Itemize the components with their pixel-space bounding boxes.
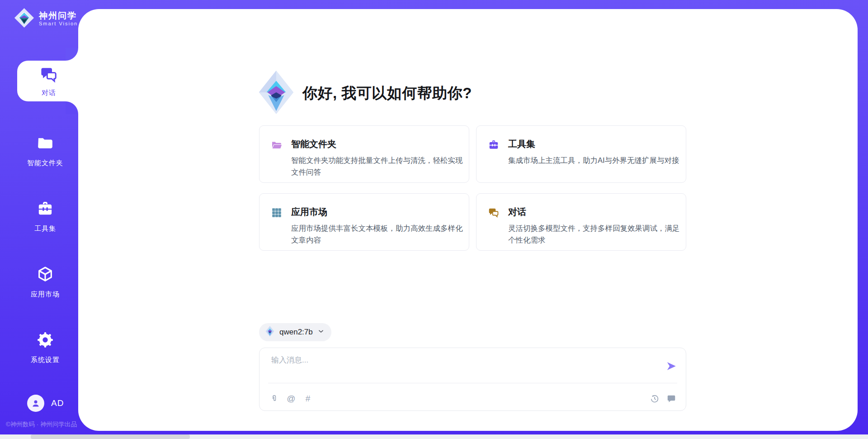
sidebar-item-settings[interactable]: 系统设置 [6, 331, 84, 364]
chat-bubble-icon [666, 394, 676, 404]
message-composer: @ # [259, 348, 686, 411]
card-title: 工具集 [508, 138, 679, 150]
briefcase-icon [488, 139, 500, 151]
gear-icon [36, 331, 54, 351]
send-icon [665, 360, 677, 372]
sidebar-item-chat[interactable]: 对话 [17, 61, 80, 101]
sidebar-item-toolset[interactable]: 工具集 [6, 200, 84, 233]
person-icon [30, 398, 41, 409]
card-toolset[interactable]: 工具集 集成市场上主流工具，助力AI与外界无缝扩展与对接 [476, 125, 686, 183]
grid-icon [271, 207, 283, 219]
brand-name: 神州问学 [39, 11, 78, 21]
sidebar-item-label: 应用市场 [31, 290, 60, 299]
folder-icon [36, 134, 54, 154]
brand-subtitle: Smart Vision [39, 21, 78, 27]
send-button[interactable] [665, 360, 677, 372]
brand-logo-block: 神州问学 Smart Vision [14, 7, 78, 30]
composer-tools-right [650, 394, 676, 404]
feature-cards: 智能文件夹 智能文件夹功能支持批量文件上传与清洗，轻松实现文件问答 工具集 集成… [259, 125, 686, 251]
copyright-text: ©神州数码 · 神州问学出品 [6, 420, 77, 429]
greeting-block: 你好, 我可以如何帮助你? [258, 70, 472, 116]
mention-button[interactable]: @ [286, 394, 296, 404]
card-title: 对话 [508, 206, 681, 218]
card-description: 应用市场提供丰富长文本模板，助力高效生成多样化文章内容 [291, 222, 464, 246]
sidebar-item-label: 对话 [42, 89, 56, 97]
model-selector[interactable]: qwen2:7b [259, 323, 331, 341]
composer-divider [268, 383, 677, 383]
at-icon: @ [287, 394, 295, 404]
sidebar-item-label: 系统设置 [31, 356, 60, 364]
card-smart-folder[interactable]: 智能文件夹 智能文件夹功能支持批量文件上传与清洗，轻松实现文件问答 [259, 125, 469, 183]
scrollbar-thumb[interactable] [31, 434, 190, 439]
chat-icon [488, 207, 500, 219]
greeting-title: 你好, 我可以如何帮助你? [302, 83, 472, 104]
chat-bubble-button[interactable] [666, 394, 676, 404]
card-title: 智能文件夹 [291, 138, 464, 150]
folder-open-icon [271, 139, 283, 151]
hash-icon: # [306, 394, 311, 404]
sidebar-item-app-market[interactable]: 应用市场 [6, 265, 84, 299]
user-profile[interactable]: AD [27, 395, 64, 412]
card-description: 智能文件夹功能支持批量文件上传与清洗，轻松实现文件问答 [291, 154, 464, 178]
horizontal-scrollbar[interactable] [0, 434, 868, 439]
message-input[interactable] [270, 355, 657, 365]
sidebar-item-label: 智能文件夹 [27, 159, 63, 167]
card-description: 灵活切换多模型文件，支持多样回复效果调试，满足个性化需求 [508, 222, 681, 246]
card-description: 集成市场上主流工具，助力AI与外界无缝扩展与对接 [508, 154, 679, 166]
model-diamond-icon [265, 326, 275, 339]
card-title: 应用市场 [291, 206, 464, 218]
paperclip-icon [270, 394, 279, 404]
attachment-button[interactable] [269, 394, 279, 404]
briefcase-icon [36, 200, 54, 220]
sidebar-item-label: 工具集 [34, 224, 56, 233]
hashtag-button[interactable]: # [303, 394, 313, 404]
cube-icon [36, 265, 54, 285]
card-chat[interactable]: 对话 灵活切换多模型文件，支持多样回复效果调试，满足个性化需求 [476, 193, 686, 251]
avatar[interactable] [27, 395, 44, 412]
model-name: qwen2:7b [279, 328, 313, 337]
brand-diamond-icon [14, 7, 35, 30]
app-logo-diamond-icon [258, 70, 294, 116]
chat-icon [39, 65, 58, 86]
history-button[interactable] [650, 394, 660, 404]
sidebar-item-smart-folder[interactable]: 智能文件夹 [6, 134, 84, 167]
user-name: AD [51, 398, 64, 408]
card-app-market[interactable]: 应用市场 应用市场提供丰富长文本模板，助力高效生成多样化文章内容 [259, 193, 469, 251]
history-icon [650, 394, 660, 404]
composer-tools-left: @ # [269, 394, 313, 404]
chevron-down-icon [317, 328, 325, 337]
